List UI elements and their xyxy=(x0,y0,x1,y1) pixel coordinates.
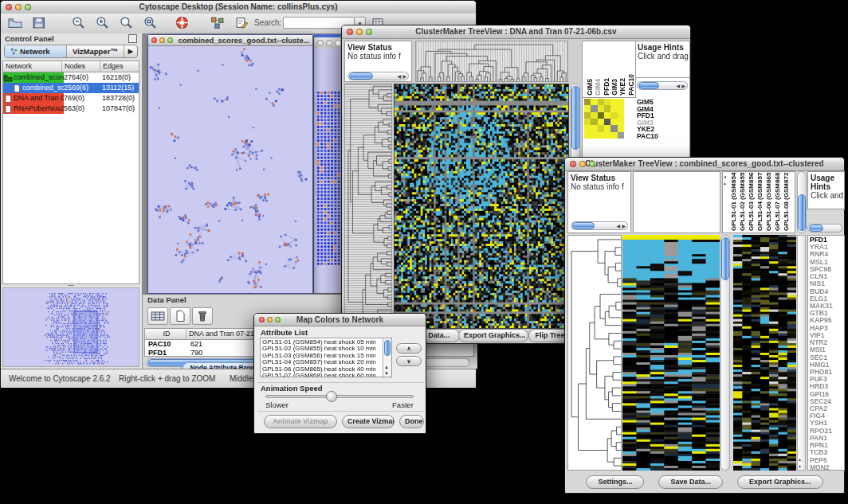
float-panel-icon[interactable] xyxy=(128,34,137,43)
summary-cell[interactable] xyxy=(591,99,597,105)
network-canvas[interactable] xyxy=(148,46,312,293)
minimize-icon[interactable] xyxy=(15,4,22,10)
zoom-window-icon[interactable] xyxy=(589,161,595,167)
treeview1-status-hscrollbar[interactable]: ◀▶ xyxy=(347,72,409,80)
table-icon[interactable] xyxy=(147,307,168,325)
close-icon[interactable] xyxy=(6,4,12,10)
column-label[interactable]: GPL51-04 (GSM857) xyxy=(756,171,764,231)
save-data--button[interactable]: Save Data... xyxy=(658,475,723,489)
scrollbar-thumb[interactable] xyxy=(571,86,579,150)
summary-cell[interactable] xyxy=(604,112,610,119)
treeview2-labels-vscrollbar[interactable] xyxy=(797,171,807,233)
treeview2-heatmap[interactable] xyxy=(622,235,720,471)
attribute-vscrollbar[interactable]: ▲ ▼ xyxy=(383,338,391,377)
summary-cell[interactable] xyxy=(591,119,597,125)
summary-cell[interactable] xyxy=(584,119,591,125)
column-dendrogram-svg[interactable] xyxy=(416,41,567,81)
treeview2-status-hscrollbar[interactable]: ◀▶ xyxy=(571,221,628,230)
summary-cell[interactable] xyxy=(598,112,604,119)
summary-cell[interactable] xyxy=(610,112,617,119)
minimize-icon[interactable] xyxy=(159,37,165,43)
network-list-row[interactable]: DNA and Tran 07769(0)183728(0) xyxy=(3,93,139,104)
summary-cell[interactable] xyxy=(591,112,597,119)
summary-cell[interactable] xyxy=(610,119,617,125)
treeview2-vscrollbar[interactable] xyxy=(720,235,730,471)
animation-slider-thumb[interactable] xyxy=(326,391,337,402)
scroll-up-icon[interactable]: ▲ xyxy=(384,365,389,369)
summary-cell[interactable] xyxy=(598,105,604,111)
summary-cell[interactable] xyxy=(610,132,617,139)
minimize-icon[interactable] xyxy=(326,40,332,46)
scrollbar-thumb[interactable] xyxy=(721,237,729,280)
scroll-left-icon[interactable]: ◀ xyxy=(616,222,620,230)
minimize-icon[interactable] xyxy=(356,29,363,35)
zoom-window-icon[interactable] xyxy=(167,37,173,43)
summary-cell[interactable] xyxy=(584,125,591,131)
summary-cell[interactable] xyxy=(610,99,617,105)
help-lifering-icon[interactable] xyxy=(175,16,190,29)
column-label[interactable]: GPL51-02 (GSM855) xyxy=(739,171,746,231)
column-label[interactable]: GPL51-03 (GSM856) xyxy=(748,171,755,231)
export-graphics--button[interactable]: Export Graphics... xyxy=(737,475,823,489)
summary-cell[interactable] xyxy=(604,105,610,111)
trash-icon[interactable] xyxy=(192,307,213,325)
summary-cell[interactable] xyxy=(584,132,591,139)
scroll-right-icon[interactable]: ▶ xyxy=(402,72,406,80)
treeview2-zoom-vscrollbar[interactable]: ▴ ▾ xyxy=(797,235,806,471)
treeview2-row-dendrogram[interactable] xyxy=(567,235,622,471)
row-dendrogram-svg[interactable] xyxy=(345,84,391,326)
summary-cell[interactable] xyxy=(604,125,610,131)
summary-cell[interactable] xyxy=(584,99,591,105)
column-label[interactable]: GPL51-08 (GSM872) xyxy=(783,171,790,231)
zoom-window-icon[interactable] xyxy=(335,40,341,46)
col-id[interactable]: ID xyxy=(145,329,186,339)
zoom-window-icon[interactable] xyxy=(275,317,281,322)
scrollbar-thumb[interactable] xyxy=(809,225,823,232)
scrollbar-thumb[interactable] xyxy=(349,72,373,80)
treeview2-hints-hscrollbar[interactable] xyxy=(807,224,842,232)
treeview1-summary-heatmap[interactable] xyxy=(584,99,624,139)
save-icon[interactable] xyxy=(31,16,47,29)
summary-cell[interactable] xyxy=(604,99,610,105)
minimize-icon[interactable] xyxy=(579,161,586,167)
summary-cell[interactable] xyxy=(610,125,617,131)
summary-cell[interactable] xyxy=(610,105,617,111)
column-label[interactable]: GPL51-01 (GSM854) xyxy=(730,171,737,231)
summary-cell[interactable] xyxy=(618,132,624,139)
zoom-selected-icon[interactable] xyxy=(143,16,159,29)
annotation-icon[interactable] xyxy=(234,16,249,29)
scrollbar-thumb[interactable] xyxy=(384,340,391,356)
zoom-window-icon[interactable] xyxy=(25,4,31,10)
gene-label[interactable]: MON2 xyxy=(810,464,833,471)
scrollbar-thumb[interactable] xyxy=(638,82,659,89)
export-graphics--button[interactable]: Export Graphics... xyxy=(458,329,528,342)
scroll-left-icon[interactable]: ◀ xyxy=(397,72,401,80)
network-list-row[interactable]: combined_sco2569(6)13112(15) xyxy=(3,83,139,93)
column-label[interactable]: PAC10 xyxy=(627,74,635,96)
scrollbar-thumb[interactable] xyxy=(572,222,595,229)
row-label[interactable]: PAC10 xyxy=(637,133,689,140)
summary-cell[interactable] xyxy=(598,125,604,131)
new-document-icon[interactable] xyxy=(170,307,190,325)
treeview1-row-dendrogram[interactable] xyxy=(344,84,392,327)
open-folder-icon[interactable] xyxy=(7,16,23,29)
zoom-in-icon[interactable] xyxy=(95,16,111,29)
summary-cell[interactable] xyxy=(604,119,610,125)
move-down-button[interactable]: ∨ xyxy=(396,356,422,366)
attribute-item[interactable]: GPL51-07 (GSM868) heat shock 60 min xyxy=(262,373,383,377)
column-label[interactable]: GIM5 xyxy=(586,79,594,96)
treeview1-heatmap[interactable] xyxy=(394,84,569,329)
summary-cell[interactable] xyxy=(598,132,604,139)
column-label[interactable]: GIM4 xyxy=(594,79,602,96)
animation-slider-track[interactable] xyxy=(265,395,414,398)
vizmapper-icon[interactable] xyxy=(210,16,226,29)
summary-cell[interactable] xyxy=(618,125,624,131)
close-icon[interactable] xyxy=(347,29,353,35)
network-list-row[interactable]: RNAPuberNov2+563(0)107847(0) xyxy=(3,104,139,114)
summary-cell[interactable] xyxy=(591,105,597,111)
network-overview-canvas[interactable] xyxy=(3,288,139,366)
scroll-down-icon[interactable]: ▾ xyxy=(799,463,801,469)
tab-network[interactable]: Network xyxy=(5,45,67,57)
column-label[interactable]: YKE2 xyxy=(618,78,626,96)
settings--button[interactable]: Settings... xyxy=(586,475,644,489)
